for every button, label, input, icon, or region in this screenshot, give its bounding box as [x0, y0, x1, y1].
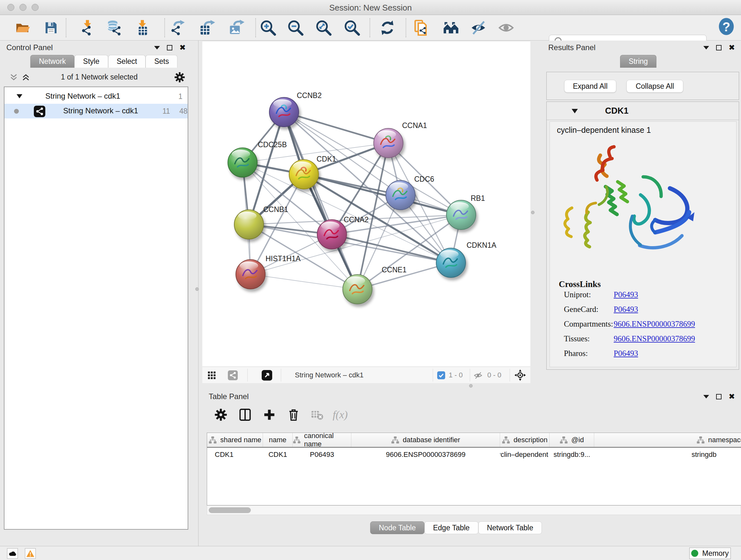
column-header-description[interactable]: description — [500, 433, 549, 447]
collapse-all-button[interactable]: Collapse All — [626, 80, 683, 92]
show-columns-icon[interactable] — [238, 407, 253, 422]
duplicate-network-button[interactable] — [413, 19, 431, 37]
node-CCNA1[interactable]: CCNA1 — [374, 121, 427, 158]
edge-CCNB2-CCNA1[interactable] — [284, 112, 388, 143]
tab-string[interactable]: String — [620, 55, 657, 68]
refresh-icon — [379, 19, 396, 36]
tab-edge-table[interactable]: Edge Table — [424, 521, 478, 534]
cell-name[interactable]: CDK1 — [263, 448, 293, 462]
import-network-from-database-button[interactable] — [105, 19, 123, 37]
zoom-out-button[interactable] — [286, 19, 305, 37]
collection-expander-icon[interactable] — [17, 94, 22, 99]
zoom-fit-button[interactable] — [315, 19, 333, 37]
expand-all-button[interactable]: Expand All — [564, 80, 616, 92]
grid-view-icon[interactable] — [207, 371, 216, 380]
control-panel-menu-icon[interactable] — [154, 46, 160, 50]
delete-table-icon[interactable] — [309, 407, 325, 422]
tab-node-table[interactable]: Node Table — [370, 521, 424, 534]
fit-content-crosshair-icon[interactable] — [515, 369, 526, 381]
results-panel-menu-icon[interactable] — [703, 46, 709, 50]
tab-sets[interactable]: Sets — [145, 55, 178, 68]
splitter-right-grip[interactable] — [531, 211, 535, 214]
column-header-databaseidentifier[interactable]: database identifier — [351, 433, 500, 447]
edge-CCNE1-HIST1H1A[interactable] — [251, 274, 357, 289]
table-row[interactable]: CDK1CDK1P064939606.ENSP00000378699cyclin… — [207, 448, 741, 462]
node-CDKN1A[interactable]: CDKN1A — [436, 241, 496, 277]
node-HIST1H1A[interactable]: HIST1H1A — [236, 254, 301, 289]
table-panel-close-icon[interactable]: ✖ — [729, 394, 735, 399]
function-builder-icon[interactable]: f(x) — [333, 407, 348, 422]
node-CCNB1[interactable]: CCNB1 — [234, 205, 288, 239]
splitter-right[interactable] — [530, 41, 544, 388]
export-table-button[interactable] — [198, 19, 216, 37]
node-RB1[interactable]: RB1 — [447, 194, 485, 230]
cell-description[interactable]: cyclin–dependent ... — [500, 448, 549, 462]
hide-selected-button[interactable] — [469, 19, 487, 37]
network-collection-row[interactable]: String Network – cdk1 1 — [4, 89, 188, 104]
help-button[interactable]: ? — [718, 17, 735, 36]
open-session-button[interactable] — [13, 19, 31, 37]
control-panel-float-icon[interactable] — [167, 45, 172, 51]
cell-id[interactable]: stringdb:9... — [549, 448, 594, 462]
gene-section-header[interactable]: CDK1 — [547, 102, 739, 120]
hidden-eye-slash-icon[interactable] — [474, 371, 482, 380]
tab-style[interactable]: Style — [74, 55, 108, 68]
network-options-gear-icon[interactable] — [174, 72, 185, 83]
table-panel-menu-icon[interactable] — [703, 395, 709, 398]
splitter-left[interactable] — [199, 41, 202, 546]
network-canvas[interactable]: CCNB2CCNA1CDC25BCDK1CDC6RB1CCNB1CCNA2CDK… — [202, 41, 530, 367]
crosslink-link-uniprot[interactable]: P06493 — [614, 290, 638, 299]
crosslink-link-pharos[interactable]: P06493 — [614, 349, 638, 358]
tab-network-table[interactable]: Network Table — [478, 521, 542, 534]
birdseye-view-icon[interactable] — [262, 370, 272, 381]
column-header-sharedname[interactable]: shared name — [207, 433, 263, 447]
cell-canonicalname[interactable]: P06493 — [293, 448, 351, 462]
node-CDC6[interactable]: CDC6 — [386, 175, 434, 210]
warning-button[interactable] — [25, 548, 36, 559]
control-panel-close-icon[interactable]: ✖ — [179, 45, 186, 51]
column-header-id[interactable]: @id — [549, 433, 594, 447]
memory-button[interactable]: Memory — [689, 548, 731, 559]
zoom-in-button[interactable] — [259, 19, 277, 37]
show-all-button[interactable] — [497, 19, 515, 37]
crosslink-link-compartments[interactable]: 9606.ENSP00000378699 — [614, 320, 695, 328]
export-image-button[interactable] — [227, 19, 245, 37]
network-share-view-icon[interactable] — [228, 370, 238, 380]
import-network-button[interactable] — [78, 19, 96, 37]
cell-namespace[interactable]: stringdb — [594, 448, 741, 462]
network-row-selected[interactable]: String Network – cdk1 11 48 — [4, 104, 188, 118]
table-panel-float-icon[interactable] — [716, 394, 722, 399]
node-CDC25B[interactable]: CDC25B — [228, 140, 287, 177]
column-header-namespace[interactable]: namespace — [594, 433, 741, 447]
results-panel-close-icon[interactable]: ✖ — [729, 45, 735, 51]
show-network-overview-button[interactable] — [442, 19, 460, 37]
import-table-button[interactable] — [133, 19, 151, 37]
scrollbar-thumb[interactable] — [209, 507, 251, 513]
delete-column-trash-icon[interactable] — [286, 407, 301, 422]
splitter-left-grip[interactable] — [195, 287, 199, 291]
column-label: shared name — [220, 436, 261, 444]
tab-network[interactable]: Network — [30, 55, 74, 68]
table-horizontal-scrollbar[interactable] — [207, 505, 741, 515]
results-panel-float-icon[interactable] — [716, 45, 722, 51]
cell-sharedname[interactable]: CDK1 — [207, 448, 263, 462]
add-column-icon[interactable] — [262, 407, 277, 422]
save-session-button[interactable] — [42, 19, 60, 37]
cloud-button[interactable] — [7, 548, 18, 559]
cell-databaseidentifier[interactable]: 9606.ENSP00000378699 — [351, 448, 500, 462]
selected-checkbox-icon[interactable] — [437, 371, 445, 379]
crosslink-link-tissues[interactable]: 9606.ENSP00000378699 — [614, 334, 695, 343]
apply-layout-button[interactable] — [379, 19, 396, 37]
tab-select[interactable]: Select — [108, 55, 146, 68]
table-options-gear-icon[interactable] — [213, 407, 228, 422]
node-CDK1[interactable]: CDK1 — [289, 155, 336, 189]
splitter-horizontal-grip[interactable] — [469, 384, 473, 388]
edge-CDK1-RB1[interactable] — [304, 174, 461, 215]
zoom-selected-button[interactable] — [343, 19, 361, 37]
column-header-name[interactable]: name — [263, 433, 293, 447]
gene-expander-icon[interactable] — [571, 109, 578, 113]
crosslink-link-genecard[interactable]: P06493 — [614, 305, 638, 314]
column-header-canonicalname[interactable]: canonical name — [293, 433, 351, 447]
export-network-icon — [169, 19, 186, 36]
export-network-button[interactable] — [169, 19, 186, 37]
